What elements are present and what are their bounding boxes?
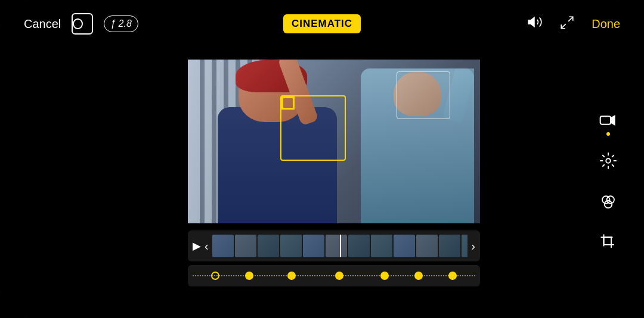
video-area: ▶ ‹: [0, 48, 644, 318]
top-bar-right: Done: [501, 14, 620, 33]
color-tool-button[interactable]: [595, 188, 621, 214]
film-frame: [280, 235, 302, 257]
bottom-controls: ▶ ‹: [188, 230, 480, 286]
film-frame: [258, 235, 279, 257]
film-frame: [212, 235, 234, 257]
svg-line-5: [561, 24, 566, 29]
focus-reticle-icon[interactable]: [72, 13, 93, 35]
top-bar-center: CINEMATIC: [143, 14, 501, 33]
video-tool-button[interactable]: [595, 107, 621, 133]
focus-track[interactable]: [188, 265, 480, 286]
svg-line-4: [568, 17, 573, 21]
body-fg: [218, 107, 337, 223]
svg-point-7: [606, 158, 611, 163]
playhead: [340, 235, 341, 257]
svg-point-10: [605, 201, 612, 208]
focus-point-active[interactable]: [448, 272, 457, 280]
expand-icon[interactable]: [559, 15, 575, 33]
top-bar-left: Cancel ƒ 2.8: [24, 13, 143, 35]
speaker-icon[interactable]: [527, 14, 543, 33]
film-frame: [326, 235, 347, 257]
right-sidebar: [584, 95, 632, 267]
timeline-scroll-right[interactable]: ›: [471, 239, 475, 253]
top-bar: Cancel ƒ 2.8 CINEMATIC: [0, 0, 644, 48]
done-button[interactable]: Done: [592, 17, 620, 31]
phone-frame: Cancel ƒ 2.8 CINEMATIC: [0, 0, 644, 318]
film-frame: [394, 235, 415, 257]
film-frame: [462, 235, 468, 257]
timeline-strip: ▶ ‹: [188, 230, 480, 261]
svg-point-9: [607, 196, 615, 204]
cinematic-mode-badge: CINEMATIC: [283, 14, 361, 33]
svg-rect-6: [600, 116, 611, 124]
focus-point-active[interactable]: [414, 272, 423, 280]
focus-point-active[interactable]: [335, 272, 343, 280]
video-background: [188, 60, 480, 223]
adjust-tool-button[interactable]: [595, 148, 621, 174]
focus-point-active[interactable]: [245, 272, 253, 280]
aperture-badge[interactable]: ƒ 2.8: [104, 15, 138, 32]
film-frame: [235, 235, 256, 257]
focus-track-dots: [193, 275, 475, 276]
film-frame: [439, 235, 460, 257]
focus-track-container: [193, 275, 475, 277]
window-bar: [200, 60, 205, 223]
person-foreground: [206, 60, 355, 223]
person-background: [361, 68, 474, 223]
timeline-scroll-left[interactable]: ‹: [205, 239, 209, 253]
main-content: ▶ ‹: [0, 48, 644, 318]
play-button[interactable]: ▶: [193, 239, 201, 252]
focus-point-active[interactable]: [380, 272, 389, 280]
film-frame: [348, 235, 370, 257]
film-frame: [416, 235, 438, 257]
cancel-button[interactable]: Cancel: [24, 17, 61, 31]
svg-marker-3: [528, 17, 534, 26]
film-frame: [303, 235, 324, 257]
crop-tool-button[interactable]: [595, 229, 621, 255]
focus-point-active[interactable]: [287, 272, 296, 280]
video-frame: [188, 60, 480, 223]
head-bg: [394, 71, 441, 116]
film-frame: [371, 235, 392, 257]
focus-point[interactable]: [211, 272, 219, 280]
film-strip[interactable]: [212, 235, 468, 257]
